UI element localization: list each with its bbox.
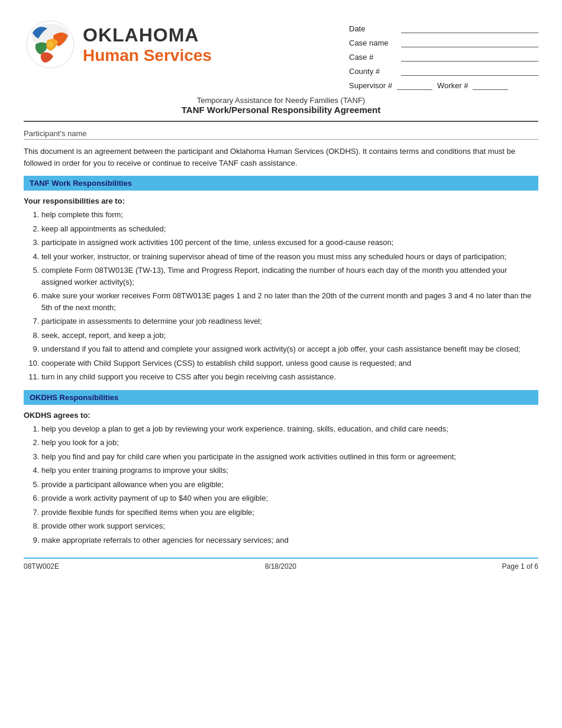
list-item: tell your worker, instructor, or trainin… xyxy=(41,251,538,263)
county-num-field-row: County # xyxy=(349,65,538,76)
okdhs-list: help you develop a plan to get a job by … xyxy=(41,423,538,546)
list-item: participate in assessments to determine … xyxy=(41,315,538,327)
tanf-work-title: TANF Work Responsibilities xyxy=(30,179,132,188)
list-item: seek, accept, report, and keep a job; xyxy=(41,330,538,342)
date-line xyxy=(401,22,538,33)
svg-point-2 xyxy=(47,41,53,47)
footer-page: Page 1 of 6 xyxy=(502,562,538,571)
logo-area: OKLAHOMA Human Services xyxy=(24,18,212,71)
participant-name-section: Participant's name xyxy=(24,129,538,140)
list-item: participate in assigned work activities … xyxy=(41,237,538,249)
tanf-work-list: help complete this form; keep all appoin… xyxy=(41,209,538,383)
okdhs-title: OKDHS Responsibilities xyxy=(30,393,118,402)
okdhs-section-header: OKDHS Responsibilities xyxy=(24,390,538,405)
form-fields-area: Date Case name Case # County # Superviso… xyxy=(349,18,538,90)
logo-oklahoma-text: OKLAHOMA xyxy=(83,24,212,46)
list-item: help you enter training programs to impr… xyxy=(41,465,538,476)
list-item: make appropriate referrals to other agen… xyxy=(41,534,538,546)
tanf-work-section-header: TANF Work Responsibilities xyxy=(24,176,538,191)
logo-text-area: OKLAHOMA Human Services xyxy=(83,24,212,65)
case-name-line xyxy=(401,37,538,47)
county-num-label: County # xyxy=(349,67,396,76)
subtitle-area: Temporary Assistance for Needy Families … xyxy=(24,96,538,115)
worker-label: Worker # xyxy=(437,81,469,90)
list-item: provide a participant allowance when you… xyxy=(41,479,538,491)
county-num-line xyxy=(401,65,538,76)
footer-form-number: 08TW002E xyxy=(24,562,59,571)
participant-name-label: Participant's name xyxy=(24,129,538,140)
list-item: help you develop a plan to get a job by … xyxy=(41,423,538,435)
list-item: help complete this form; xyxy=(41,209,538,221)
footer-date: 8/18/2020 xyxy=(265,562,296,571)
list-item: cooperate with Child Support Services (C… xyxy=(41,357,538,369)
header-divider xyxy=(24,121,538,122)
supervisor-label: Supervisor # xyxy=(349,81,392,90)
list-item: make sure your worker receives Form 08TW… xyxy=(41,290,538,313)
supervisor-line xyxy=(397,79,432,90)
list-item: keep all appointments as scheduled; xyxy=(41,223,538,235)
case-num-field-row: Case # xyxy=(349,51,538,62)
worker-line xyxy=(473,79,508,90)
header-section: OKLAHOMA Human Services Date Case name C… xyxy=(24,18,538,90)
list-item: provide a work activity payment of up to… xyxy=(41,492,538,504)
case-name-field-row: Case name xyxy=(349,37,538,47)
list-item: turn in any child support you receive to… xyxy=(41,371,538,383)
list-item: help you look for a job; xyxy=(41,437,538,449)
logo-icon xyxy=(24,18,77,71)
footer-bar: 08TW002E 8/18/2020 Page 1 of 6 xyxy=(24,558,538,571)
subtitle-bold: TANF Work/Personal Responsibility Agreem… xyxy=(24,105,538,115)
list-item: provide flexible funds for specified ite… xyxy=(41,507,538,518)
list-item: complete Form 08TW013E (TW-13), Time and… xyxy=(41,265,538,288)
list-item: provide other work support services; xyxy=(41,520,538,532)
case-num-label: Case # xyxy=(349,53,396,62)
tanf-work-heading: Your responsibilities are to: xyxy=(24,197,538,205)
date-label: Date xyxy=(349,24,396,33)
list-item: help you find and pay for child care whe… xyxy=(41,451,538,463)
logo-human-services-text: Human Services xyxy=(83,46,212,65)
intro-paragraph: This document is an agreement between th… xyxy=(24,146,538,169)
okdhs-heading: OKDHS agrees to: xyxy=(24,411,538,420)
subtitle-tanf: Temporary Assistance for Needy Families … xyxy=(24,96,538,105)
case-num-line xyxy=(401,51,538,62)
supervisor-worker-row: Supervisor # Worker # xyxy=(349,79,538,90)
date-field-row: Date xyxy=(349,22,538,33)
list-item: understand if you fail to attend and com… xyxy=(41,343,538,355)
case-name-label: Case name xyxy=(349,38,396,47)
